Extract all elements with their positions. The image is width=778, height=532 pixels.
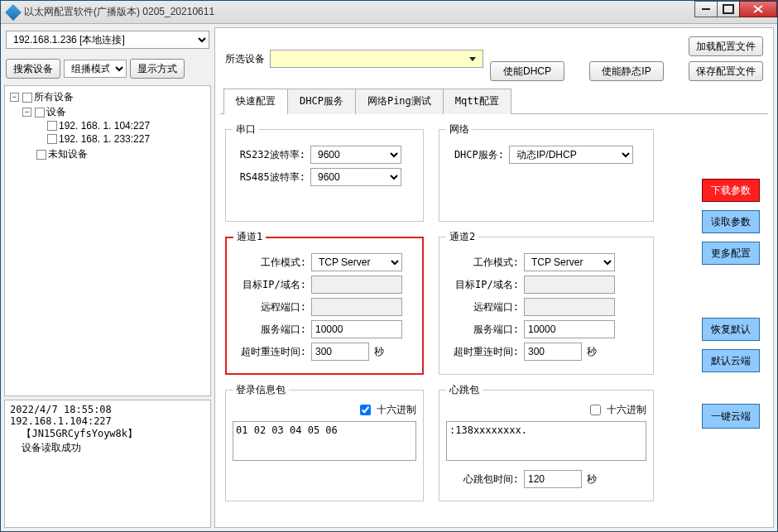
mode-select[interactable]: 组播模式 <box>64 60 127 78</box>
rs232-baud-select[interactable]: 9600 <box>310 146 401 164</box>
ch2-service-port-input[interactable] <box>524 320 615 338</box>
selected-device-label: 所选设备 <box>225 52 265 66</box>
ch1-remote-port-input <box>311 298 402 316</box>
selected-device-combo[interactable] <box>270 50 483 68</box>
save-config-button[interactable]: 保存配置文件 <box>689 61 763 81</box>
display-mode-button[interactable]: 显示方式 <box>130 59 185 79</box>
maximize-button[interactable] <box>717 1 740 17</box>
restore-default-button[interactable]: 恢复默认 <box>702 318 760 341</box>
ch2-remote-port-input <box>524 298 615 316</box>
serial-group: 串口 RS232波特率: 9600 RS485波特率: 9600 <box>225 122 424 222</box>
enable-dhcp-button[interactable]: 使能DHCP <box>490 61 564 81</box>
tree-toggle-icon[interactable]: − <box>22 108 31 117</box>
tab-dhcp-service[interactable]: DHCP服务 <box>287 89 356 114</box>
app-icon <box>5 4 22 21</box>
load-config-button[interactable]: 加载配置文件 <box>689 36 763 56</box>
right-pane: 所选设备 加载配置文件 使能DHCP 使能静态IP 保存配置文件 <box>214 27 774 528</box>
serial-legend: 串口 <box>233 122 259 137</box>
ch2-mode-select[interactable]: TCP Server <box>524 253 615 271</box>
channel2-legend: 通道2 <box>446 230 478 244</box>
checkbox[interactable] <box>22 93 32 103</box>
network-legend: 网络 <box>446 122 473 137</box>
left-pane: 192.168.1.236 [本地连接] 搜索设备 组播模式 显示方式 −所有设… <box>4 27 211 528</box>
tree-toggle-icon[interactable]: − <box>10 93 19 102</box>
tree-node-devices[interactable]: 设备 <box>46 105 66 119</box>
chevron-down-icon <box>469 57 476 61</box>
rs485-baud-select[interactable]: 9600 <box>310 168 401 186</box>
tree-node-ip[interactable]: 192. 168. 1. 104:227 <box>59 120 150 132</box>
cloud-default-button[interactable]: 默认云端 <box>702 349 760 372</box>
heartbeat-textarea[interactable]: :138xxxxxxxx. <box>446 421 646 461</box>
ch1-timeout-input[interactable] <box>311 343 369 361</box>
channel2-group: 通道2 工作模式: TCP Server 目标IP/域名: 远程端口: 服务端口… <box>439 230 654 375</box>
app-window: 以太网配置软件(广播版本) 0205_20210611 192.168.1.23… <box>0 0 778 532</box>
tree-node-unknown[interactable]: 未知设备 <box>48 147 88 161</box>
minimize-button[interactable] <box>694 1 718 17</box>
enable-static-button[interactable]: 使能静态IP <box>589 61 664 81</box>
ch1-mode-select[interactable]: TCP Server <box>311 253 402 271</box>
checkbox[interactable] <box>47 121 57 131</box>
search-device-button[interactable]: 搜索设备 <box>6 59 60 79</box>
channel1-legend: 通道1 <box>233 230 266 244</box>
tab-ping-test[interactable]: 网络Ping测试 <box>355 89 444 114</box>
checkbox[interactable] <box>36 150 46 160</box>
log-output: 2022/4/7 18:55:08 192.168.1.104:227 【JN1… <box>4 400 211 528</box>
login-hex-checkbox[interactable] <box>360 405 371 415</box>
heartbeat-interval-input[interactable] <box>524 470 582 488</box>
local-device-select[interactable]: 192.168.1.236 [本地连接] <box>6 31 209 49</box>
tab-body: 串口 RS232波特率: 9600 RS485波特率: 9600 网络 DHCP… <box>220 114 768 522</box>
tabstrip: 快速配置 DHCP服务 网络Ping测试 Mqtt配置 <box>220 88 768 114</box>
titlebar: 以太网配置软件(广播版本) 0205_20210611 <box>1 1 777 24</box>
one-key-cloud-button[interactable]: 一键云端 <box>702 404 760 429</box>
window-title: 以太网配置软件(广播版本) 0205_20210611 <box>24 5 695 19</box>
checkbox[interactable] <box>35 108 45 117</box>
ch2-timeout-input[interactable] <box>524 343 582 361</box>
tree-node-all[interactable]: 所有设备 <box>34 90 74 104</box>
dhcp-service-select[interactable]: 动态IP/DHCP <box>509 146 633 164</box>
download-params-button[interactable]: 下载参数 <box>702 179 760 202</box>
tree-node-ip[interactable]: 192. 168. 1. 233:227 <box>59 133 150 145</box>
tab-quick-config[interactable]: 快速配置 <box>223 89 288 114</box>
ch1-service-port-input[interactable] <box>311 320 402 338</box>
checkbox[interactable] <box>47 134 57 144</box>
heartbeat-group: 心跳包 十六进制 :138xxxxxxxx. 心跳包时间: 秒 <box>439 383 654 501</box>
device-tree[interactable]: −所有设备 −设备 192. 168. 1. 104:227 192. 168.… <box>4 85 211 396</box>
login-packet-group: 登录信息包 十六进制 01 02 03 04 05 06 <box>225 383 424 501</box>
ch1-target-input <box>311 276 402 294</box>
login-packet-legend: 登录信息包 <box>233 383 289 397</box>
login-packet-textarea[interactable]: 01 02 03 04 05 06 <box>233 421 416 461</box>
ch2-target-input <box>524 276 615 294</box>
tab-mqtt-config[interactable]: Mqtt配置 <box>443 89 511 114</box>
channel1-group: 通道1 工作模式: TCP Server 目标IP/域名: 远程端口: 服务端口… <box>225 230 424 375</box>
close-button[interactable] <box>739 1 777 17</box>
heartbeat-legend: 心跳包 <box>446 383 483 397</box>
network-group: 网络 DHCP服务: 动态IP/DHCP <box>439 122 654 222</box>
heartbeat-hex-checkbox[interactable] <box>590 405 601 415</box>
read-params-button[interactable]: 读取参数 <box>702 210 760 233</box>
more-config-button[interactable]: 更多配置 <box>702 242 760 265</box>
